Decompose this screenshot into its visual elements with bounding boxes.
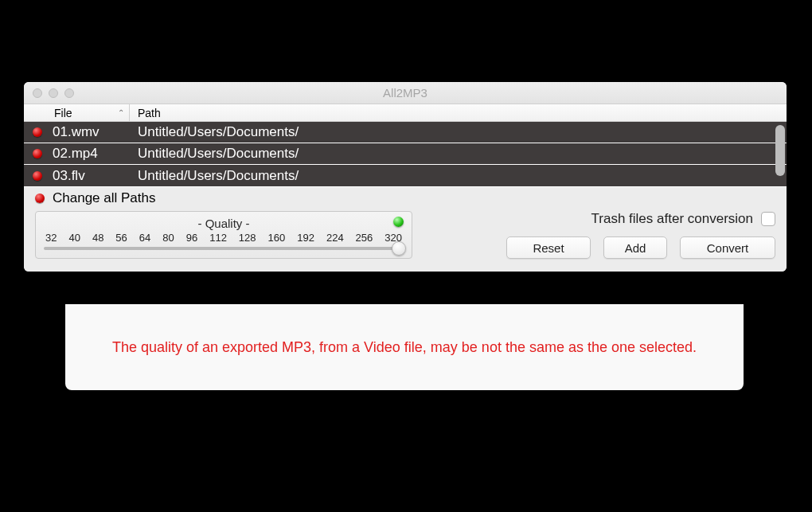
quality-ticks: 32 40 48 56 64 80 96 112 128 160 192 224… bbox=[44, 232, 404, 244]
window-title: All2MP3 bbox=[24, 86, 787, 100]
convert-label: Convert bbox=[707, 241, 749, 255]
slider-knob-icon[interactable] bbox=[392, 241, 406, 256]
cell-path: Untitled/Users/Documents/ bbox=[130, 146, 299, 162]
change-paths-label: Change all Paths bbox=[53, 190, 155, 206]
trash-checkbox[interactable] bbox=[761, 212, 775, 226]
tick-label: 256 bbox=[356, 232, 373, 244]
tick-label: 56 bbox=[115, 232, 127, 244]
status-dot-icon bbox=[33, 149, 42, 158]
tick-label: 96 bbox=[186, 232, 197, 244]
cell-path: Untitled/Users/Documents/ bbox=[130, 124, 299, 140]
quality-slider[interactable] bbox=[44, 247, 404, 250]
trash-label: Trash files after conversion bbox=[591, 211, 753, 227]
cell-file: 01.wmv bbox=[51, 124, 130, 140]
tick-label: 128 bbox=[239, 232, 256, 244]
cell-file: 03.flv bbox=[51, 168, 130, 184]
tick-label: 160 bbox=[268, 232, 286, 244]
cell-path: Untitled/Users/Documents/ bbox=[130, 168, 299, 184]
reset-label: Reset bbox=[533, 241, 564, 255]
column-headers: File ⌃ Path bbox=[24, 104, 787, 122]
quality-title: - Quality - bbox=[44, 217, 404, 230]
tick-label: 112 bbox=[209, 232, 227, 244]
tick-label: 64 bbox=[139, 232, 150, 244]
cell-file: 02.mp4 bbox=[51, 146, 130, 162]
column-file-label: File bbox=[54, 107, 72, 119]
status-dot-icon bbox=[35, 193, 45, 203]
tick-label: 192 bbox=[297, 232, 314, 244]
tick-label: 40 bbox=[68, 232, 80, 244]
change-paths-row[interactable]: Change all Paths bbox=[24, 187, 787, 208]
app-window: All2MP3 File ⌃ Path 01.wmv Untitled/User… bbox=[24, 82, 787, 272]
table-row[interactable]: 03.flv Untitled/Users/Documents/ bbox=[24, 165, 787, 186]
quality-led-icon bbox=[393, 217, 404, 227]
lower-panel: Change all Paths - Quality - 32 40 48 56… bbox=[24, 187, 787, 272]
quality-panel: - Quality - 32 40 48 56 64 80 96 112 128… bbox=[35, 211, 412, 259]
tick-label: 32 bbox=[45, 232, 57, 244]
tick-label: 80 bbox=[162, 232, 174, 244]
status-dot-icon bbox=[33, 127, 42, 137]
table-row[interactable]: 02.mp4 Untitled/Users/Documents/ bbox=[24, 143, 787, 165]
column-path[interactable]: Path bbox=[130, 107, 161, 119]
add-button[interactable]: Add bbox=[603, 236, 667, 259]
table-row[interactable]: 01.wmv Untitled/Users/Documents/ bbox=[24, 122, 787, 143]
sort-indicator-icon: ⌃ bbox=[118, 108, 124, 117]
add-label: Add bbox=[625, 241, 646, 255]
table-scrollbar[interactable] bbox=[775, 125, 785, 176]
tick-label: 224 bbox=[326, 232, 344, 244]
file-table: 01.wmv Untitled/Users/Documents/ 02.mp4 … bbox=[24, 122, 787, 187]
reset-button[interactable]: Reset bbox=[506, 236, 591, 259]
status-dot-icon bbox=[33, 171, 42, 181]
titlebar: All2MP3 bbox=[24, 82, 787, 104]
convert-button[interactable]: Convert bbox=[680, 236, 775, 259]
warning-message: The quality of an exported MP3, from a V… bbox=[112, 338, 697, 357]
tick-label: 48 bbox=[92, 232, 103, 244]
column-path-label: Path bbox=[138, 107, 161, 119]
warning-panel: The quality of an exported MP3, from a V… bbox=[65, 304, 744, 390]
column-file[interactable]: File ⌃ bbox=[51, 104, 130, 121]
trash-option[interactable]: Trash files after conversion bbox=[591, 211, 775, 227]
